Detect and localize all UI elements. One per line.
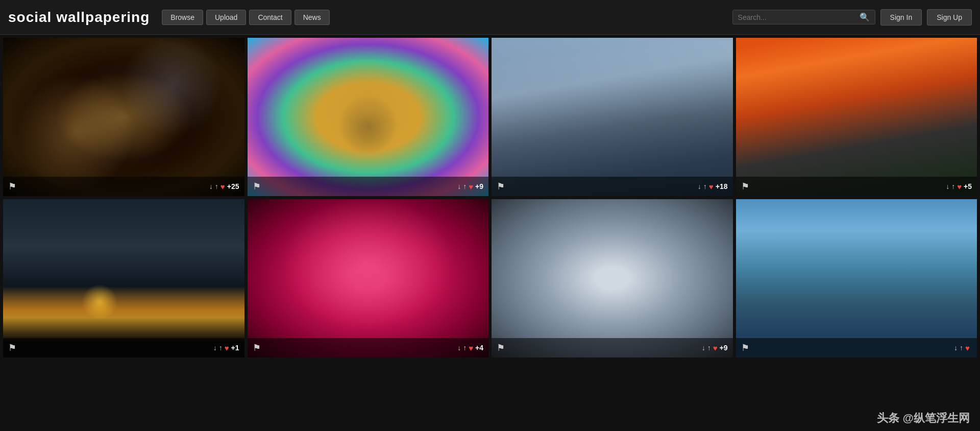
actions-7: ↓ ↑ ♥ +9 bbox=[702, 344, 728, 352]
down-arrow-8[interactable]: ↓ bbox=[954, 344, 958, 352]
down-arrow-7[interactable]: ↓ bbox=[702, 344, 705, 352]
flag-icon-3[interactable]: ⚑ bbox=[497, 181, 505, 192]
down-arrow-6[interactable]: ↓ bbox=[457, 344, 461, 352]
wallpaper-item-1[interactable]: ⚑ ↓ ↑ ♥ +25 bbox=[3, 38, 244, 196]
heart-icon-2[interactable]: ♥ bbox=[469, 182, 473, 191]
score-2: +9 bbox=[475, 182, 483, 190]
actions-2: ↓ ↑ ♥ +9 bbox=[457, 182, 483, 191]
flag-icon-7[interactable]: ⚑ bbox=[497, 342, 505, 353]
flag-icon-5[interactable]: ⚑ bbox=[8, 342, 16, 353]
wallpaper-item-7[interactable]: ⚑ ↓ ↑ ♥ +9 bbox=[492, 199, 733, 357]
flag-icon-2[interactable]: ⚑ bbox=[253, 181, 261, 192]
flag-icon-6[interactable]: ⚑ bbox=[253, 342, 261, 353]
up-arrow-3[interactable]: ↑ bbox=[703, 182, 707, 190]
down-arrow-5[interactable]: ↓ bbox=[213, 344, 217, 352]
search-icon[interactable]: 🔍 bbox=[860, 12, 870, 22]
score-7: +9 bbox=[720, 344, 728, 352]
wallpaper-image-4 bbox=[736, 38, 977, 196]
wallpaper-item-2[interactable]: ⚑ ↓ ↑ ♥ +9 bbox=[248, 38, 489, 196]
actions-3: ↓ ↑ ♥ +18 bbox=[698, 182, 728, 191]
watermark: 头条 @纵笔浮生网 bbox=[877, 411, 970, 426]
wallpaper-item-6[interactable]: ⚑ ↓ ↑ ♥ +4 bbox=[248, 199, 489, 357]
wallpaper-item-4[interactable]: ⚑ ↓ ↑ ♥ +5 bbox=[736, 38, 977, 196]
wallpaper-image-2 bbox=[248, 38, 489, 196]
site-title: social wallpapering bbox=[8, 9, 150, 26]
down-arrow-4[interactable]: ↓ bbox=[946, 182, 949, 190]
wallpaper-grid: ⚑ ↓ ↑ ♥ +25 ⚑ ↓ ↑ ♥ +9 ⚑ ↓ ↑ bbox=[0, 35, 980, 361]
up-arrow-7[interactable]: ↑ bbox=[707, 344, 711, 352]
overlay-bar-6: ⚑ ↓ ↑ ♥ +4 bbox=[248, 338, 489, 357]
down-arrow-3[interactable]: ↓ bbox=[698, 182, 701, 190]
up-arrow-1[interactable]: ↑ bbox=[215, 182, 218, 190]
site-header: social wallpapering Browse Upload Contac… bbox=[0, 0, 980, 35]
up-arrow-4[interactable]: ↑ bbox=[951, 182, 955, 190]
score-5: +1 bbox=[231, 344, 239, 352]
heart-icon-8[interactable]: ♥ bbox=[965, 344, 970, 352]
overlay-bar-2: ⚑ ↓ ↑ ♥ +9 bbox=[248, 177, 489, 196]
wallpaper-item-8[interactable]: ⚑ ↓ ↑ ♥ bbox=[736, 199, 977, 357]
wallpaper-image-5 bbox=[3, 199, 244, 357]
header-right: 🔍 Sign In Sign Up bbox=[732, 9, 972, 26]
overlay-bar-5: ⚑ ↓ ↑ ♥ +1 bbox=[3, 338, 244, 357]
actions-8: ↓ ↑ ♥ bbox=[954, 344, 972, 352]
down-arrow-1[interactable]: ↓ bbox=[209, 182, 213, 190]
heart-icon-5[interactable]: ♥ bbox=[225, 344, 229, 352]
actions-6: ↓ ↑ ♥ +4 bbox=[457, 344, 483, 352]
nav-upload[interactable]: Upload bbox=[206, 10, 246, 25]
nav-contact[interactable]: Contact bbox=[249, 10, 291, 25]
nav-news[interactable]: News bbox=[295, 10, 330, 25]
wallpaper-image-7 bbox=[492, 199, 733, 357]
heart-icon-1[interactable]: ♥ bbox=[220, 182, 225, 191]
flag-icon-4[interactable]: ⚑ bbox=[741, 181, 749, 192]
score-4: +5 bbox=[964, 182, 972, 190]
main-nav: Browse Upload Contact News bbox=[162, 10, 329, 25]
wallpaper-image-8 bbox=[736, 199, 977, 357]
actions-4: ↓ ↑ ♥ +5 bbox=[946, 182, 972, 191]
nav-browse[interactable]: Browse bbox=[162, 10, 203, 25]
actions-1: ↓ ↑ ♥ +25 bbox=[209, 182, 239, 191]
score-1: +25 bbox=[227, 182, 239, 190]
overlay-bar-8: ⚑ ↓ ↑ ♥ bbox=[736, 338, 977, 357]
score-3: +18 bbox=[716, 182, 728, 190]
down-arrow-2[interactable]: ↓ bbox=[457, 182, 461, 190]
up-arrow-8[interactable]: ↑ bbox=[960, 344, 963, 352]
heart-icon-6[interactable]: ♥ bbox=[469, 344, 473, 352]
heart-icon-4[interactable]: ♥ bbox=[957, 182, 962, 191]
wallpaper-image-1 bbox=[3, 38, 244, 196]
heart-icon-7[interactable]: ♥ bbox=[713, 344, 718, 352]
sign-in-button[interactable]: Sign In bbox=[880, 9, 922, 26]
overlay-bar-1: ⚑ ↓ ↑ ♥ +25 bbox=[3, 177, 244, 196]
overlay-bar-3: ⚑ ↓ ↑ ♥ +18 bbox=[492, 177, 733, 196]
up-arrow-6[interactable]: ↑ bbox=[463, 344, 467, 352]
wallpaper-image-3 bbox=[492, 38, 733, 196]
wallpaper-image-6 bbox=[248, 199, 489, 357]
score-6: +4 bbox=[475, 344, 483, 352]
overlay-bar-7: ⚑ ↓ ↑ ♥ +9 bbox=[492, 338, 733, 357]
heart-icon-3[interactable]: ♥ bbox=[709, 182, 714, 191]
search-box: 🔍 bbox=[732, 10, 875, 25]
overlay-bar-4: ⚑ ↓ ↑ ♥ +5 bbox=[736, 177, 977, 196]
flag-icon-8[interactable]: ⚑ bbox=[741, 342, 749, 353]
up-arrow-5[interactable]: ↑ bbox=[219, 344, 223, 352]
flag-icon-1[interactable]: ⚑ bbox=[8, 181, 16, 192]
wallpaper-item-3[interactable]: ⚑ ↓ ↑ ♥ +18 bbox=[492, 38, 733, 196]
up-arrow-2[interactable]: ↑ bbox=[463, 182, 467, 190]
wallpaper-item-5[interactable]: ⚑ ↓ ↑ ♥ +1 bbox=[3, 199, 244, 357]
actions-5: ↓ ↑ ♥ +1 bbox=[213, 344, 239, 352]
sign-up-button[interactable]: Sign Up bbox=[927, 9, 972, 26]
search-input[interactable] bbox=[738, 13, 860, 21]
wallpaper-grid-container: ⚑ ↓ ↑ ♥ +25 ⚑ ↓ ↑ ♥ +9 ⚑ ↓ ↑ bbox=[0, 35, 980, 361]
